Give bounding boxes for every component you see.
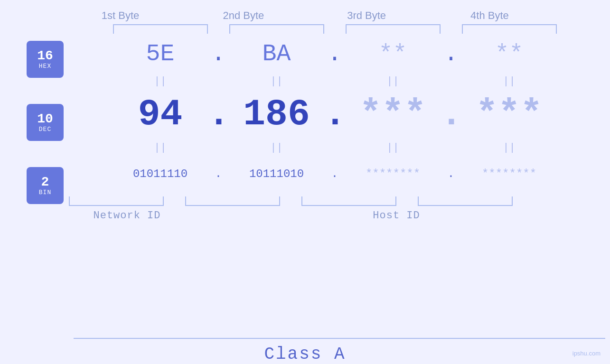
hex-dot-2: . (324, 40, 346, 67)
eq-2-3: || (346, 142, 441, 154)
dec-dot-1: . (208, 93, 229, 135)
hex-dot-1: . (208, 40, 229, 67)
hex-row: 5E . BA . ** . ** (69, 34, 601, 74)
bottom-line (74, 338, 605, 339)
byte-label-1: 1st Byte (73, 9, 168, 22)
dec-val-3: *** (346, 93, 441, 135)
byte-label-3: 3rd Byte (319, 9, 414, 22)
hex-val-4: ** (462, 40, 557, 67)
dec-val-2: 186 (229, 93, 324, 135)
eq-2-4: || (462, 142, 557, 154)
host-bracket-2 (418, 196, 513, 206)
data-rows: 5E . BA . ** . ** || || || || 94 (69, 34, 610, 336)
dec-number: 10 (37, 112, 53, 126)
hex-badge: 16 HEX (27, 41, 64, 78)
bin-val-1: 01011110 (113, 168, 208, 180)
hex-val-3: ** (346, 40, 441, 67)
id-labels-row: Network ID Host ID (69, 210, 601, 222)
dec-dot-2: . (324, 93, 346, 135)
eq-2-1: || (113, 142, 208, 154)
bin-dot-1: . (208, 168, 229, 180)
byte-label-2: 2nd Byte (196, 9, 291, 22)
bin-row: 01011110 . 10111010 . ******** . *******… (69, 155, 601, 193)
content-area: 16 HEX 10 DEC 2 BIN 5E . BA . ** . ** (0, 34, 610, 336)
hex-label: HEX (39, 63, 51, 70)
bin-val-3: ******** (346, 168, 441, 180)
base-column: 16 HEX 10 DEC 2 BIN (0, 34, 69, 336)
dec-row: 94 . 186 . *** . *** (69, 88, 601, 140)
top-brackets (113, 24, 566, 34)
hex-val-2: BA (229, 40, 324, 67)
eq-1-2: || (229, 75, 324, 87)
hex-val-1: 5E (113, 40, 208, 67)
dec-label: DEC (39, 126, 51, 133)
dec-val-4: *** (462, 93, 557, 135)
main-container: 1st Byte 2nd Byte 3rd Byte 4th Byte 16 H… (0, 0, 610, 364)
dec-dot-3: . (441, 93, 462, 135)
eq-2-2: || (229, 142, 324, 154)
dec-val-1: 94 (113, 93, 208, 135)
eq-1-4: || (462, 75, 557, 87)
dec-badge: 10 DEC (27, 104, 64, 141)
eq-row-1: || || || || (69, 74, 601, 88)
eq-1-1: || (113, 75, 208, 87)
bracket-2 (229, 24, 324, 34)
bin-label: BIN (39, 189, 51, 196)
bin-number: 2 (41, 176, 49, 189)
host-bracket-1 (301, 196, 396, 206)
byte-label-4: 4th Byte (442, 9, 537, 22)
bin-val-4: ******** (462, 168, 557, 180)
hex-number: 16 (37, 49, 53, 63)
bracket-1 (113, 24, 208, 34)
bin-val-2: 10111010 (229, 168, 324, 180)
eq-1-3: || (346, 75, 441, 87)
header-row: 1st Byte 2nd Byte 3rd Byte 4th Byte (0, 9, 610, 22)
hex-dot-3: . (441, 40, 462, 67)
watermark: ipshu.com (572, 350, 601, 357)
bracket-3 (346, 24, 441, 34)
net-bracket-2 (185, 196, 280, 206)
bin-badge: 2 BIN (27, 167, 64, 204)
class-label: Class A (0, 345, 610, 364)
network-id-label: Network ID (69, 210, 185, 222)
bottom-brackets (69, 196, 601, 206)
net-bracket-1 (69, 196, 164, 206)
bracket-4 (462, 24, 557, 34)
eq-row-2: || || || || (69, 140, 601, 155)
host-id-label: Host ID (280, 210, 513, 222)
bin-dot-3: . (441, 168, 462, 180)
bin-dot-2: . (324, 168, 346, 180)
